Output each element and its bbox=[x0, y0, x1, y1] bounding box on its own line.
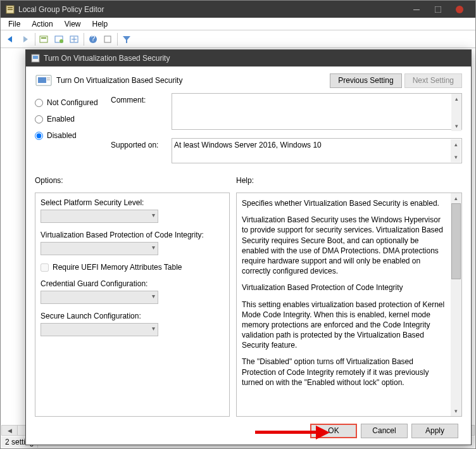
help-p1: Specifies whether Virtualization Based S… bbox=[242, 198, 446, 208]
supported-label: Supported on: bbox=[111, 138, 172, 149]
state-radios: Not Configured Enabled Disabled bbox=[35, 93, 111, 170]
dialog-header: Turn On Virtualization Based Security Pr… bbox=[35, 73, 462, 88]
dialog-body: Turn On Virtualization Based Security Pr… bbox=[26, 66, 471, 445]
opt-credguard-label: Credential Guard Configuration: bbox=[41, 279, 224, 288]
svg-rect-12 bbox=[104, 36, 111, 42]
parent-titlebar[interactable]: Local Group Policy Editor bbox=[1, 1, 475, 18]
toolbar: ? bbox=[1, 30, 475, 48]
radio-enabled-label: Enabled bbox=[47, 115, 75, 123]
scroll-up-icon[interactable]: ▴ bbox=[451, 139, 461, 149]
scroll-thumb[interactable] bbox=[451, 203, 461, 279]
apply-button[interactable]: Apply bbox=[411, 424, 458, 438]
arrow-annotation bbox=[255, 426, 337, 438]
radio-not-configured-input[interactable] bbox=[35, 99, 43, 107]
menu-action[interactable]: Action bbox=[27, 18, 58, 30]
help-panel: Specifies whether Virtualization Based S… bbox=[237, 193, 451, 416]
maximize-button[interactable] bbox=[427, 3, 449, 16]
options-label: Options: bbox=[35, 174, 230, 187]
radio-enabled-input[interactable] bbox=[35, 115, 43, 123]
svg-rect-5 bbox=[40, 36, 47, 42]
radio-disabled-input[interactable] bbox=[35, 132, 43, 140]
supported-scroll[interactable]: ▴ ▾ bbox=[451, 139, 461, 162]
help-p2: Virtualization Based Security uses the W… bbox=[242, 215, 446, 276]
svg-rect-6 bbox=[41, 37, 46, 39]
separator bbox=[84, 33, 84, 46]
filter-button[interactable] bbox=[119, 32, 134, 47]
comment-row: Comment: ▴ ▾ bbox=[111, 93, 462, 132]
scroll-down-icon[interactable]: ▾ bbox=[451, 152, 461, 162]
svg-text:?: ? bbox=[91, 35, 96, 43]
uefi-check-label: Require UEFI Memory Attributes Table bbox=[53, 263, 182, 272]
cancel-button[interactable]: Cancel bbox=[361, 424, 408, 438]
supported-text: At least Windows Server 2016, Windows 10 bbox=[174, 141, 322, 149]
svg-rect-3 bbox=[413, 9, 420, 10]
uefi-check-row[interactable]: Require UEFI Memory Attributes Table bbox=[41, 263, 224, 272]
dialog-titlebar[interactable]: Turn On Virtualization Based Security bbox=[26, 50, 471, 66]
scroll-up-icon[interactable]: ▴ bbox=[451, 94, 461, 104]
menu-help[interactable]: Help bbox=[87, 18, 113, 30]
menu-file[interactable]: File bbox=[3, 18, 25, 30]
dialog-footer: OK Cancel Apply bbox=[35, 417, 462, 445]
radio-enabled[interactable]: Enabled bbox=[35, 112, 111, 126]
gpedit-icon bbox=[6, 5, 15, 14]
svg-rect-18 bbox=[47, 79, 50, 80]
svg-rect-2 bbox=[8, 9, 13, 10]
code-integrity-combo[interactable] bbox=[41, 242, 158, 255]
scroll-up-icon[interactable]: ▴ bbox=[451, 193, 461, 203]
minimize-button[interactable] bbox=[406, 3, 427, 16]
comment-scroll[interactable]: ▴ ▾ bbox=[451, 94, 461, 131]
radio-not-configured-label: Not Configured bbox=[47, 98, 98, 107]
close-button[interactable] bbox=[449, 3, 470, 16]
dialog-title: Turn On Virtualization Based Security bbox=[44, 54, 466, 63]
opt-code-integrity-label: Virtualization Based Protection of Code … bbox=[41, 231, 224, 239]
svg-rect-1 bbox=[8, 7, 13, 8]
comment-textarea[interactable] bbox=[172, 93, 462, 130]
policy-dialog: Turn On Virtualization Based Security Tu… bbox=[25, 49, 472, 445]
next-setting-button[interactable]: Next Setting bbox=[404, 73, 462, 88]
svg-rect-4 bbox=[435, 6, 441, 13]
help-label: Help: bbox=[236, 174, 462, 187]
radio-disabled-label: Disabled bbox=[47, 131, 77, 140]
mid-section: Options: Select Platform Security Level:… bbox=[35, 174, 462, 417]
uefi-checkbox[interactable] bbox=[41, 263, 49, 272]
opt-platform-label: Select Platform Security Level: bbox=[41, 198, 224, 207]
policy-icon bbox=[31, 54, 40, 63]
supported-box: At least Windows Server 2016, Windows 10… bbox=[172, 138, 462, 163]
svg-rect-14 bbox=[33, 56, 38, 59]
policy-header-icon bbox=[35, 73, 53, 88]
platform-level-combo[interactable] bbox=[41, 210, 158, 223]
help-p4: This setting enables virtualization base… bbox=[242, 300, 446, 351]
parent-title: Local Group Policy Editor bbox=[18, 5, 406, 14]
comment-label: Comment: bbox=[111, 93, 172, 104]
credguard-combo[interactable] bbox=[41, 291, 158, 304]
toolbar-icon-4[interactable] bbox=[101, 32, 116, 47]
supported-row: Supported on: At least Windows Server 20… bbox=[111, 138, 462, 163]
help-p5: The "Disabled" option turns off Virtuali… bbox=[242, 357, 446, 388]
svg-rect-17 bbox=[47, 77, 50, 79]
toolbar-icon-1[interactable] bbox=[37, 32, 52, 47]
forward-button[interactable] bbox=[18, 32, 34, 47]
separator bbox=[117, 33, 118, 46]
radio-not-configured[interactable]: Not Configured bbox=[35, 96, 111, 110]
help-button[interactable]: ? bbox=[85, 32, 101, 47]
help-p3: Virtualization Based Protection of Code … bbox=[242, 282, 446, 293]
svg-rect-16 bbox=[38, 77, 46, 83]
scroll-left-button[interactable]: ◀ bbox=[1, 425, 18, 436]
previous-setting-button[interactable]: Previous Setting bbox=[330, 73, 401, 88]
scroll-down-icon[interactable]: ▾ bbox=[451, 406, 461, 416]
menubar: File Action View Help bbox=[1, 18, 475, 30]
toolbar-icon-3[interactable] bbox=[67, 32, 82, 47]
state-row: Not Configured Enabled Disabled Comment: bbox=[35, 93, 462, 170]
separator bbox=[35, 33, 35, 46]
radio-disabled[interactable]: Disabled bbox=[35, 129, 111, 142]
menu-view[interactable]: View bbox=[60, 18, 86, 30]
toolbar-icon-2[interactable] bbox=[52, 32, 67, 47]
help-scrollbar[interactable]: ▴ ▾ bbox=[451, 193, 461, 416]
back-button[interactable] bbox=[3, 32, 18, 47]
scroll-down-icon[interactable]: ▾ bbox=[451, 121, 461, 131]
svg-point-8 bbox=[60, 39, 63, 43]
options-panel: Select Platform Security Level: Virtuali… bbox=[35, 193, 230, 417]
opt-securelaunch-label: Secure Launch Configuration: bbox=[41, 312, 224, 320]
dialog-heading: Turn On Virtualization Based Security bbox=[56, 76, 330, 85]
securelaunch-combo[interactable] bbox=[41, 323, 158, 336]
